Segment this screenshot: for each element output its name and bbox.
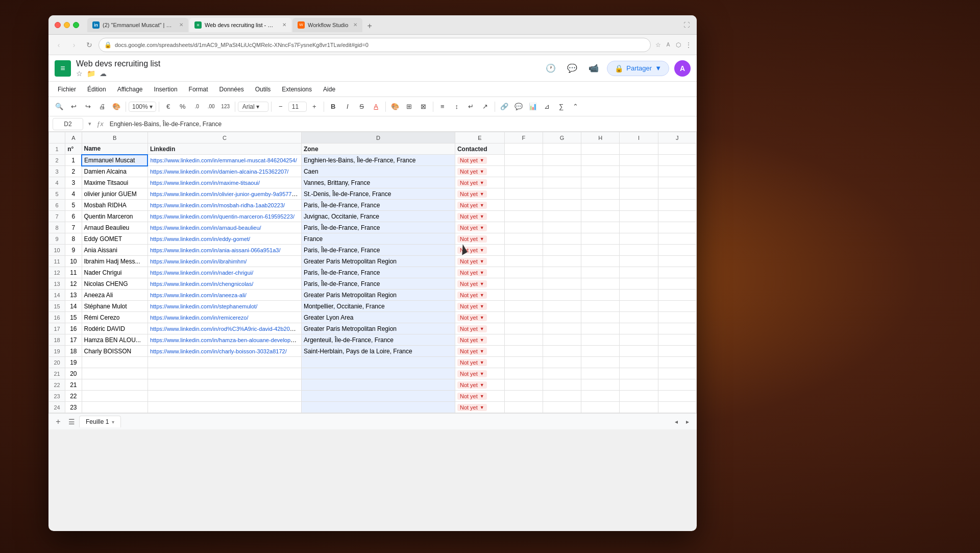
cell-d1[interactable]: Zone (301, 143, 455, 155)
cell-c20[interactable] (148, 357, 301, 368)
cell-d8[interactable]: Paris, Île-de-France, France (301, 222, 455, 233)
function-button[interactable]: ∑ (555, 100, 568, 113)
profile-icon[interactable]: A (664, 41, 672, 49)
cell-b7[interactable]: Quentin Marceron (82, 211, 148, 222)
print-button[interactable]: 🖨 (95, 100, 109, 113)
text-color-button[interactable]: A (370, 100, 383, 113)
cell-e9[interactable]: Not yet ▼ (455, 233, 504, 245)
cell-c16[interactable]: https://www.linkedin.com/in/remicerezo/ (148, 312, 301, 323)
history-button[interactable]: 🕐 (543, 60, 559, 77)
linkedin-link-4[interactable]: https://www.linkedin.com/in/maxime-titsa… (150, 180, 260, 186)
menu-format[interactable]: Format (184, 84, 213, 95)
forward-button[interactable]: › (68, 39, 80, 51)
borders-button[interactable]: ⊞ (403, 100, 416, 113)
cell-c12[interactable]: https://www.linkedin.com/in/nader-chrigu… (148, 267, 301, 278)
cell-i13[interactable] (620, 278, 658, 290)
cell-a4[interactable]: 3 (65, 177, 82, 188)
cell-reference[interactable]: D2 (53, 118, 83, 130)
scroll-left-button[interactable]: ◂ (671, 417, 681, 427)
col-header-i[interactable]: I (620, 132, 658, 143)
linkedin-link-5[interactable]: https://www.linkedin.com/in/olivier-juni… (150, 190, 302, 198)
cell-j22[interactable] (658, 379, 696, 391)
cell-c19[interactable]: https://www.linkedin.com/in/charly-boiss… (148, 346, 301, 357)
align-button[interactable]: ≡ (436, 100, 449, 113)
cell-i5[interactable] (620, 188, 658, 200)
cell-g12[interactable] (543, 267, 581, 278)
menu-fichier[interactable]: Fichier (53, 84, 81, 95)
cell-e23[interactable]: Not yet ▼ (455, 391, 504, 402)
cell-a21[interactable]: 20 (65, 368, 82, 379)
cell-b10[interactable]: Ania Aissani (82, 245, 148, 256)
bookmark-icon[interactable]: ☆ (654, 41, 662, 49)
cell-j4[interactable] (658, 177, 696, 188)
col-header-h[interactable]: H (581, 132, 620, 143)
cell-j19[interactable] (658, 346, 696, 357)
cell-e2[interactable]: Not yet ▼ (455, 155, 504, 166)
cell-h13[interactable] (581, 278, 620, 290)
cell-i21[interactable] (620, 368, 658, 379)
cell-d4[interactable]: Vannes, Brittany, France (301, 177, 455, 188)
cell-i20[interactable] (620, 357, 658, 368)
cell-e7[interactable]: Not yet ▼ (455, 211, 504, 222)
linkedin-link-2[interactable]: https://www.linkedin.com/in/emmanuel-mus… (150, 157, 297, 163)
linkedin-link-7[interactable]: https://www.linkedin.com/in/quentin-marc… (150, 213, 295, 220)
cell-g1[interactable] (543, 143, 581, 155)
cell-d5[interactable]: St.-Denis, Île-de-France, France (301, 188, 455, 200)
cell-g23[interactable] (543, 391, 581, 402)
cell-h20[interactable] (581, 357, 620, 368)
cell-d14[interactable]: Greater Paris Metropolitan Region (301, 290, 455, 301)
cell-i11[interactable] (620, 256, 658, 267)
cell-g17[interactable] (543, 323, 581, 334)
cell-b12[interactable]: Nader Chrigui (82, 267, 148, 278)
font-dropdown[interactable]: Arial ▾ (238, 102, 268, 112)
cell-d17[interactable]: Greater Paris Metropolitan Region (301, 323, 455, 334)
cell-e1[interactable]: Contacted (455, 143, 504, 155)
cell-b20[interactable] (82, 357, 148, 368)
refresh-button[interactable]: ↻ (83, 39, 95, 51)
cell-f5[interactable] (504, 188, 543, 200)
cell-d20[interactable] (301, 357, 455, 368)
cell-a17[interactable]: 16 (65, 323, 82, 334)
cell-c5[interactable]: https://www.linkedin.com/in/olivier-juni… (148, 188, 301, 200)
tab-sheets[interactable]: ≡ Web devs recruiting list - Go... ✕ (189, 18, 291, 32)
cell-c1[interactable]: Linkedin (148, 143, 301, 155)
cell-e11[interactable]: Not yet ▼ (455, 256, 504, 267)
back-button[interactable]: ‹ (53, 39, 65, 51)
cell-c10[interactable]: https://www.linkedin.com/in/ania-aissani… (148, 245, 301, 256)
cell-d18[interactable]: Argenteuil, Île-de-France, France (301, 334, 455, 346)
cell-d2[interactable]: Enghien-les-Bains, Île-de-France, France (301, 155, 455, 166)
cell-d11[interactable]: Greater Paris Metropolitan Region (301, 256, 455, 267)
linkedin-link-3[interactable]: https://www.linkedin.com/in/damien-alcai… (150, 169, 289, 175)
cell-f16[interactable] (504, 312, 543, 323)
cell-e16[interactable]: Not yet ▼ (455, 312, 504, 323)
cell-g22[interactable] (543, 379, 581, 391)
cell-j8[interactable] (658, 222, 696, 233)
cell-a13[interactable]: 12 (65, 278, 82, 290)
cell-h18[interactable] (581, 334, 620, 346)
cell-b14[interactable]: Aneeza Ali (82, 290, 148, 301)
cell-c6[interactable]: https://www.linkedin.com/in/mosbah-ridha… (148, 200, 301, 211)
cell-b23[interactable] (82, 391, 148, 402)
cell-a6[interactable]: 5 (65, 200, 82, 211)
cell-g16[interactable] (543, 312, 581, 323)
cell-j14[interactable] (658, 290, 696, 301)
cell-c23[interactable] (148, 391, 301, 402)
cell-a2[interactable]: 1 (65, 155, 82, 166)
cell-b17[interactable]: Rodéric DAVID (82, 323, 148, 334)
linkedin-link-18[interactable]: https://www.linkedin.com/in/hamza-ben-al… (150, 336, 302, 344)
cell-h19[interactable] (581, 346, 620, 357)
cell-i17[interactable] (620, 323, 658, 334)
cell-b2[interactable]: Emmanuel Muscat (82, 155, 148, 166)
cell-c24[interactable] (148, 402, 301, 413)
cell-i9[interactable] (620, 233, 658, 245)
cell-i10[interactable] (620, 245, 658, 256)
cell-a11[interactable]: 10 (65, 256, 82, 267)
cell-h5[interactable] (581, 188, 620, 200)
cell-i22[interactable] (620, 379, 658, 391)
cell-e24[interactable]: Not yet ▼ (455, 402, 504, 413)
cell-e10[interactable]: Not yet ▼ (455, 245, 504, 256)
cell-i7[interactable] (620, 211, 658, 222)
cell-g15[interactable] (543, 301, 581, 312)
cell-d23[interactable] (301, 391, 455, 402)
cell-c4[interactable]: https://www.linkedin.com/in/maxime-titsa… (148, 177, 301, 188)
